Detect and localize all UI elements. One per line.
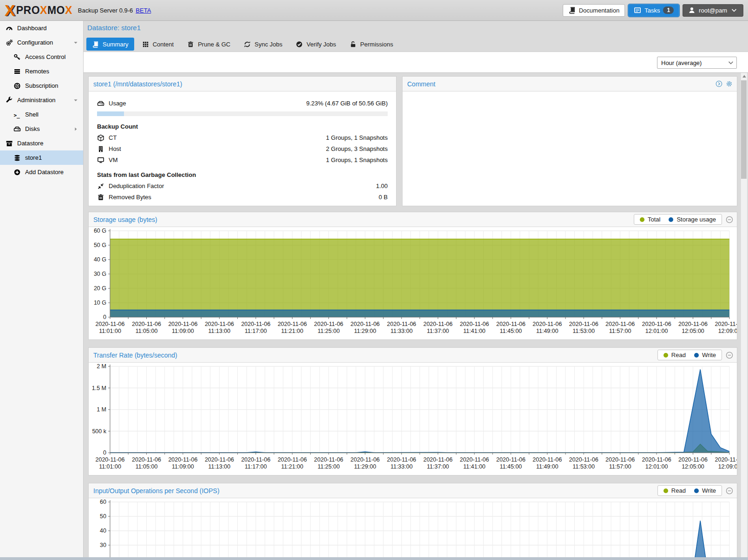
- svg-text:2020-11-06: 2020-11-06: [168, 321, 197, 327]
- svg-text:20 G: 20 G: [94, 285, 106, 292]
- svg-text:2020-11-06: 2020-11-06: [423, 456, 453, 463]
- legend-item-total[interactable]: Total: [640, 216, 660, 223]
- legend-item-read[interactable]: Read: [663, 487, 686, 494]
- caret-down-icon: [73, 98, 78, 103]
- svg-text:2020-11-06: 2020-11-06: [241, 321, 270, 327]
- sidebar-item-datastore[interactable]: Datastore: [0, 136, 83, 150]
- svg-text:2020-11-06: 2020-11-06: [569, 456, 598, 463]
- iops-chart: 60504030201002020-11-0611:01:002020-11-0…: [89, 498, 737, 560]
- plus-icon: [13, 169, 21, 176]
- legend-item-storage-usage[interactable]: Storage usage: [669, 216, 716, 223]
- window-bottom-edge: [0, 557, 748, 560]
- svg-text:2020-11-06: 2020-11-06: [715, 321, 737, 327]
- archive-icon: [6, 140, 13, 147]
- sidebar-item-shell[interactable]: >_Shell: [0, 107, 83, 122]
- trash-icon: [187, 41, 194, 48]
- tab-summary[interactable]: Summary: [86, 38, 134, 51]
- sidebar-nav: DashboardConfigurationAccess ControlRemo…: [0, 21, 84, 560]
- svg-text:11:25:00: 11:25:00: [318, 463, 340, 470]
- tasks-button[interactable]: Tasks 1: [628, 4, 679, 17]
- book-icon: [92, 41, 99, 48]
- documentation-button[interactable]: Documentation: [563, 4, 625, 17]
- svg-text:2020-11-06: 2020-11-06: [642, 456, 671, 463]
- chart-toolbar: Hour (average): [84, 52, 748, 73]
- sidebar-item-dashboard[interactable]: Dashboard: [0, 21, 83, 35]
- edit-circle-icon[interactable]: [715, 80, 722, 87]
- legend-dot: [663, 488, 668, 493]
- legend-dot: [694, 488, 699, 493]
- tab-content[interactable]: Content: [137, 38, 180, 51]
- svg-text:0: 0: [103, 449, 106, 456]
- user-menu-button[interactable]: root@pam: [683, 4, 743, 17]
- svg-text:11:49:00: 11:49:00: [536, 463, 559, 470]
- svg-text:2020-11-06: 2020-11-06: [533, 456, 562, 463]
- svg-text:11:53:00: 11:53:00: [572, 328, 595, 334]
- svg-text:500 k: 500 k: [92, 428, 106, 435]
- sidebar-item-remotes[interactable]: Remotes: [0, 64, 83, 78]
- sidebar-item-configuration[interactable]: Configuration: [0, 35, 83, 50]
- svg-text:2020-11-06: 2020-11-06: [678, 456, 708, 463]
- sidebar-item-access-control[interactable]: Access Control: [0, 50, 83, 64]
- svg-text:2020-11-06: 2020-11-06: [205, 321, 234, 327]
- tasks-count-badge: 1: [663, 7, 674, 14]
- sidebar-item-subscription[interactable]: Subscription: [0, 78, 83, 93]
- scrollbar-thumb[interactable]: [741, 80, 747, 179]
- svg-text:>_: >_: [14, 112, 20, 118]
- tab-verify-jobs[interactable]: Verify Jobs: [290, 38, 342, 51]
- svg-text:11:21:00: 11:21:00: [281, 328, 304, 334]
- svg-text:11:37:00: 11:37:00: [427, 328, 449, 334]
- svg-text:2020-11-06: 2020-11-06: [351, 321, 380, 327]
- proxmox-logo: X PROXMOX: [5, 2, 72, 18]
- time-range-value: Hour (average): [657, 59, 725, 66]
- legend-item-read[interactable]: Read: [663, 352, 686, 358]
- settings-gear-icon[interactable]: [726, 80, 733, 87]
- svg-text:11:33:00: 11:33:00: [390, 463, 413, 470]
- time-range-select[interactable]: Hour (average): [657, 57, 737, 69]
- collapse-panel-icon[interactable]: [726, 487, 733, 495]
- backup-count-heading: Backup Count: [97, 123, 388, 130]
- svg-text:11:53:00: 11:53:00: [572, 463, 595, 470]
- beta-link[interactable]: BETA: [136, 7, 151, 14]
- svg-text:11:45:00: 11:45:00: [500, 328, 522, 334]
- svg-text:60: 60: [100, 499, 106, 505]
- scroll-up-button[interactable]: [741, 73, 747, 80]
- legend-item-write[interactable]: Write: [694, 352, 716, 358]
- legend-item-write[interactable]: Write: [694, 487, 716, 494]
- sidebar-item-add-datastore[interactable]: Add Datastore: [0, 165, 83, 179]
- svg-text:12:09:00: 12:09:00: [718, 463, 737, 470]
- chevron-down-icon: [725, 59, 736, 66]
- sync-icon: [244, 41, 251, 48]
- svg-text:11:01:00: 11:01:00: [99, 463, 121, 470]
- svg-text:2020-11-06: 2020-11-06: [387, 456, 416, 463]
- desktop-icon: [97, 156, 104, 164]
- svg-text:2020-11-06: 2020-11-06: [241, 456, 270, 463]
- svg-text:11:21:00: 11:21:00: [281, 463, 304, 470]
- svg-text:11:49:00: 11:49:00: [536, 328, 559, 334]
- tab-permissions[interactable]: Permissions: [344, 38, 399, 51]
- tab-sync-jobs[interactable]: Sync Jobs: [238, 38, 288, 51]
- sidebar-item-store1[interactable]: store1: [0, 150, 83, 165]
- summary-row-ct: CT1 Groups, 1 Snapshots: [97, 133, 388, 142]
- svg-text:11:05:00: 11:05:00: [136, 328, 158, 334]
- comment-panel-title: Comment: [403, 80, 436, 88]
- svg-text:2020-11-06: 2020-11-06: [496, 321, 526, 327]
- legend-dot: [694, 353, 699, 358]
- collapse-panel-icon[interactable]: [726, 352, 733, 359]
- check-icon: [296, 41, 303, 48]
- transfer-rate-chart: 2 M1.5 M1 M500 k02020-11-0611:01:002020-…: [89, 363, 737, 474]
- legend-dot: [669, 217, 673, 222]
- transfer-rate-panel: Transfer Rate (bytes/second) ReadWrite 2…: [88, 347, 737, 475]
- summary-row-removed-bytes: Removed Bytes0 B: [97, 193, 388, 202]
- page-title: Datastore: store1: [87, 24, 141, 32]
- compress-icon: [97, 182, 104, 190]
- svg-text:11:41:00: 11:41:00: [463, 328, 486, 334]
- sidebar-item-administration[interactable]: Administration: [0, 93, 83, 107]
- svg-text:11:37:00: 11:37:00: [427, 463, 449, 470]
- sidebar-item-disks[interactable]: Disks: [0, 122, 83, 136]
- collapse-panel-icon[interactable]: [726, 216, 733, 223]
- storage-usage-chart: 60 G50 G40 G30 G20 G10 G02020-11-0611:01…: [89, 227, 737, 339]
- grid-icon: [142, 41, 149, 48]
- database-icon: [13, 154, 21, 162]
- tab-prune-gc[interactable]: Prune & GC: [182, 38, 236, 51]
- iops-legend: ReadWrite: [657, 485, 722, 496]
